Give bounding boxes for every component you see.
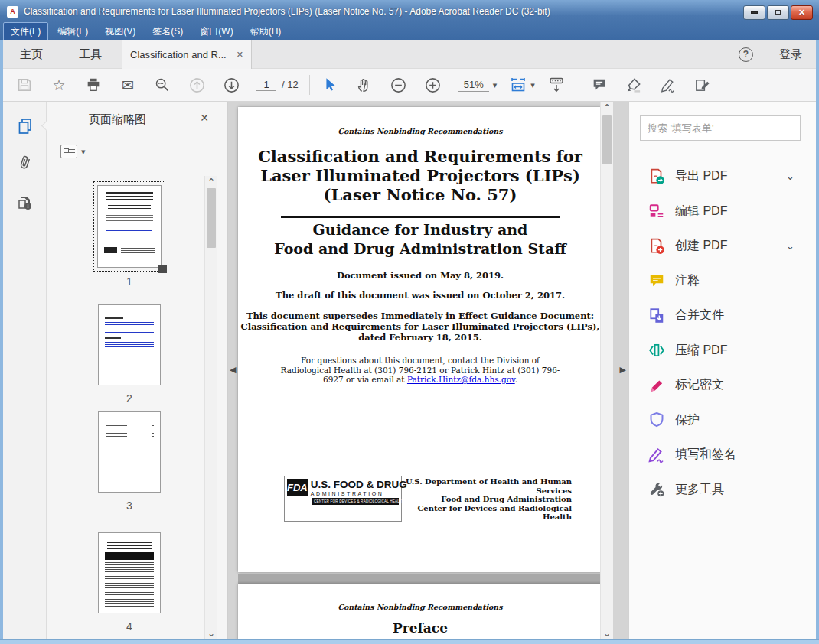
reading-mode-button[interactable] [547,76,566,94]
document-scrollbar[interactable]: ⌃ ⌄ [600,102,613,639]
window-frame-bottom [0,639,819,644]
window-controls: ✕ [743,5,813,20]
fda-logo-mark: FDA [287,479,308,496]
tool-protect[interactable]: 保护 [629,403,816,438]
share-tool-button[interactable] [693,76,712,94]
fda-logo-line2: ADMINISTRATION [311,491,407,496]
tool-label: 压缩 PDF [675,343,727,359]
scroll-up-icon[interactable]: ⌃ [205,176,217,188]
search-button[interactable] [153,76,171,94]
close-button[interactable]: ✕ [791,5,813,20]
comment-tool-button[interactable] [590,76,609,94]
pointer-icon [321,76,338,93]
tab-close-icon[interactable]: ✕ [237,50,243,60]
fit-width-button[interactable] [509,76,527,94]
thumbnail-number: 3 [83,499,175,512]
thumbnails-panel: 页面缩略图 ✕ ▾ [47,102,228,639]
next-page-button[interactable] [222,76,240,94]
tool-more-tools[interactable]: 更多工具 [629,473,816,508]
page-separator [238,574,602,584]
compress-pdf-icon [648,342,665,359]
tool-edit-pdf[interactable]: 编辑 PDF [629,194,816,229]
tool-compress-pdf[interactable]: 压缩 PDF [629,333,816,369]
minimize-button[interactable] [743,5,765,20]
hand-tool-button[interactable] [355,76,374,94]
tool-label: 创建 PDF [675,238,727,254]
maximize-button[interactable] [767,5,789,20]
combine-files-icon [648,307,665,324]
tab-bar: 主页 工具 Classification and R... ✕ ? 登录 [3,40,816,69]
menu-sign[interactable]: 签名(S) [145,22,191,41]
scrollbar-thumb[interactable] [207,188,216,248]
thumbnail-options-button[interactable]: ▾ [60,145,86,158]
tab-tools[interactable]: 工具 [79,40,102,69]
menu-window[interactable]: 窗口(W) [192,22,240,41]
fit-options-caret[interactable]: ▾ [530,80,535,90]
scroll-down-icon[interactable]: ⌄ [601,627,613,639]
thumbnail-page-4[interactable]: 4 [83,532,175,633]
tool-label: 标记密文 [675,377,724,393]
comment-icon [591,76,608,93]
menu-file[interactable]: 文件(F) [3,22,48,41]
toolbar: ☆ ✉ / 12 51% ▾ [3,69,816,102]
help-button[interactable]: ? [739,47,753,62]
scroll-down-icon[interactable]: ⌄ [205,627,217,639]
fit-width-icon [509,76,527,94]
sign-tool-button[interactable] [659,76,677,94]
thumbnail-page-1[interactable]: 1 [83,181,175,288]
scrollbar-thumb[interactable] [602,115,612,164]
page-thumbnails-rail-button[interactable] [15,115,36,137]
issued-date-line: Document issued on May 8, 2019. [238,270,602,281]
page-number-input[interactable] [256,79,276,91]
email-link[interactable]: Patrick.Hintz@fda.hhs.gov [407,375,515,384]
tool-redact[interactable]: 标记密文 [629,368,816,403]
redact-icon [648,377,665,394]
tool-export-pdf[interactable]: 导出 PDF ⌄ [629,159,816,194]
scroll-up-icon[interactable]: ⌃ [601,102,613,114]
select-tool-button[interactable] [321,76,339,94]
window-frame: A Classification and Requirements for La… [0,0,819,40]
zoom-level-select[interactable]: 51% ▾ [458,79,498,92]
title-rule [281,216,560,218]
selection-corner-handle[interactable] [158,265,167,273]
thumbnail-number: 4 [83,620,175,633]
thumbnails-scrollbar[interactable]: ⌃ ⌄ [204,176,217,639]
fda-logo-line3: CENTER FOR DEVICES & RADIOLOGICAL HEALTH [312,498,399,505]
print-button[interactable] [84,76,103,94]
tab-document[interactable]: Classification and R... ✕ [122,40,252,69]
bookmark-star-button[interactable]: ☆ [50,76,68,94]
model-info-rail-button[interactable] [15,192,36,213]
toolbar-separator [309,75,310,95]
menu-help[interactable]: 帮助(H) [243,22,289,41]
tab-home[interactable]: 主页 [20,40,43,69]
search-tools-input[interactable] [640,115,801,141]
menu-view[interactable]: 视图(V) [97,22,143,41]
acrobat-window: A Classification and Requirements for La… [0,0,819,644]
save-icon [16,76,33,93]
highlight-tool-button[interactable] [625,76,643,94]
draft-date-line: The draft of this document was issued on… [238,290,602,301]
menu-edit[interactable]: 编辑(E) [50,22,96,41]
signin-button[interactable]: 登录 [779,47,802,62]
tool-combine-files[interactable]: 合并文件 [629,298,816,333]
tool-fill-sign[interactable]: 填写和签名 [629,437,816,473]
zoom-out-button[interactable] [390,76,408,94]
previous-page-button[interactable] [188,76,206,94]
tool-comment[interactable]: 注释 [629,264,816,299]
tool-create-pdf[interactable]: 创建 PDF ⌄ [629,229,816,264]
arrow-up-circle-icon [188,76,206,94]
attachments-rail-button[interactable] [15,152,36,174]
star-icon: ☆ [52,76,65,94]
chevron-down-icon: ▾ [493,80,498,90]
collapse-right-panel-arrow[interactable]: ▶ [620,365,626,375]
thumbnail-page-3[interactable]: 3 [83,411,175,512]
email-button[interactable]: ✉ [119,76,137,94]
page-header: Contains Nonbinding Recommendations [238,127,602,135]
thumbnail-page-2[interactable]: 2 [83,304,175,405]
collapse-left-panel-arrow[interactable]: ◀ [230,365,236,375]
panel-close-button[interactable]: ✕ [200,112,209,124]
zoom-in-button[interactable] [424,76,442,94]
save-button[interactable] [15,76,34,94]
fill-sign-icon [648,447,665,463]
pdf-page-2: Contains Nonbinding Recommendations Pref… [238,584,602,639]
